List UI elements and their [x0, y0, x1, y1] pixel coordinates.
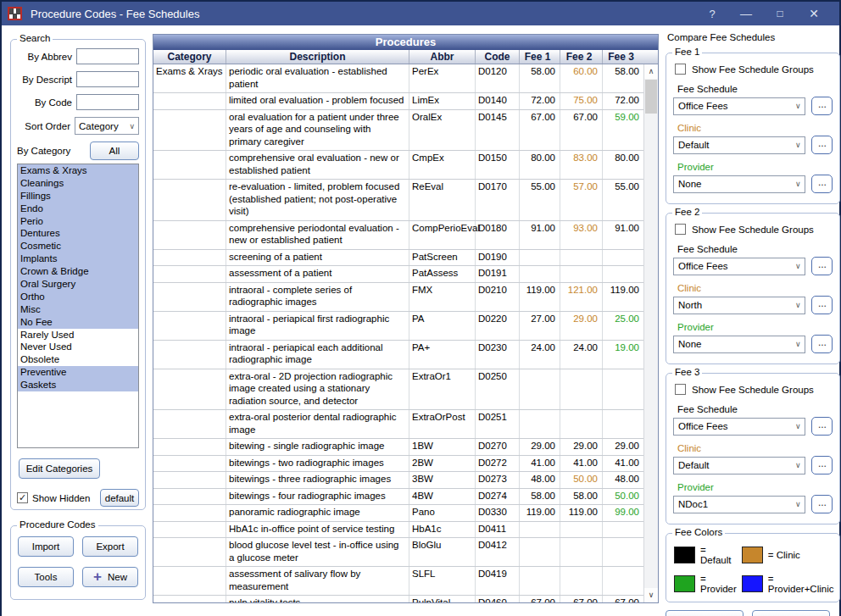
- fee2-clinic-label: Clinic: [677, 283, 833, 293]
- help-icon[interactable]: ?: [695, 8, 729, 20]
- category-list-item[interactable]: Gaskets: [18, 379, 138, 391]
- table-row[interactable]: bitewings - four radiographic images4BWD…: [153, 489, 643, 506]
- table-row[interactable]: limited oral evaluation - problem focuse…: [153, 93, 643, 110]
- column-header[interactable]: Code: [476, 50, 520, 64]
- table-row[interactable]: assessment of salivary flow by measureme…: [153, 567, 643, 596]
- fee-scheds-button[interactable]: Fee Scheds: [666, 610, 744, 616]
- table-row[interactable]: intraoral - periapical each additional r…: [153, 341, 643, 369]
- fee3-clinic-select[interactable]: Default ∨: [673, 457, 805, 474]
- fee2-show-groups-checkbox[interactable]: [675, 224, 686, 235]
- category-list-item[interactable]: Dentures: [18, 227, 138, 240]
- category-list-item[interactable]: Preventive: [18, 366, 138, 379]
- sort-order-select[interactable]: Category ∨: [75, 117, 139, 135]
- close-icon[interactable]: ✕: [797, 7, 831, 20]
- table-cell: [603, 369, 643, 410]
- category-list-item[interactable]: Obsolete: [18, 353, 138, 366]
- fee2-show-groups-label: Show Fee Schedule Groups: [692, 225, 814, 235]
- fee3-clinic-picker-button[interactable]: ...: [811, 456, 833, 474]
- show-hidden-checkbox[interactable]: ✓: [17, 492, 28, 503]
- table-row[interactable]: bitewings - three radiographic images3BW…: [153, 472, 643, 489]
- fee-tools-button[interactable]: Fee Tools: [752, 610, 830, 616]
- minimize-icon[interactable]: —: [729, 7, 763, 20]
- fee1-show-groups-checkbox[interactable]: [675, 64, 686, 75]
- table-row[interactable]: HbA1c in-office point of service testing…: [153, 522, 643, 539]
- category-list-item[interactable]: Rarely Used: [18, 329, 138, 341]
- table-row[interactable]: pulp vitality testsPulpVitalD046067.0067…: [153, 596, 643, 602]
- default-button[interactable]: default: [100, 489, 139, 507]
- by-code-input[interactable]: [76, 94, 139, 110]
- scrollbar-thumb[interactable]: [645, 80, 657, 114]
- fee3-provider-select[interactable]: NDoc1 ∨: [673, 496, 805, 513]
- fee3-provider-label: Provider: [677, 482, 833, 492]
- fee2-clinic-picker-button[interactable]: ...: [811, 296, 833, 314]
- category-list-item[interactable]: No Fee: [18, 316, 138, 329]
- edit-categories-button[interactable]: Edit Categories: [19, 458, 100, 479]
- table-row[interactable]: blood glucose level test - in-office usi…: [153, 538, 643, 567]
- column-header[interactable]: Fee 2: [560, 50, 603, 64]
- category-list-item[interactable]: Implants: [18, 253, 138, 265]
- category-list-item[interactable]: Perio: [18, 215, 138, 228]
- fee2-fee-schedule-picker-button[interactable]: ...: [811, 257, 833, 275]
- fee1-provider-select[interactable]: None ∨: [673, 175, 805, 193]
- category-list-item[interactable]: Fillings: [18, 190, 138, 203]
- table-row[interactable]: comprehensive oral evaluation - new or e…: [153, 151, 643, 180]
- table-cell: [560, 369, 603, 410]
- fee2-clinic-select[interactable]: North ∨: [673, 297, 805, 314]
- fee3-fee-schedule-select[interactable]: Office Fees ∨: [673, 418, 805, 436]
- table-row[interactable]: extra-oral - 2D projection radiographic …: [153, 369, 643, 411]
- column-header[interactable]: Fee 1: [520, 50, 560, 64]
- fee1-fee-schedule-picker-button[interactable]: ...: [811, 97, 833, 115]
- fee1-provider-picker-button[interactable]: ...: [811, 175, 833, 193]
- fee2-provider-select[interactable]: None ∨: [673, 336, 805, 353]
- export-button[interactable]: Export: [82, 536, 138, 557]
- category-list-item[interactable]: Cosmetic: [18, 240, 138, 253]
- table-row[interactable]: extra-oral posterior dental radiographic…: [153, 410, 643, 439]
- fee1-clinic-select[interactable]: Default ∨: [673, 136, 805, 154]
- category-listbox[interactable]: Exams & XraysCleaningsFillingsEndoPerioD…: [17, 164, 139, 448]
- fee1-clinic-picker-button[interactable]: ...: [811, 136, 833, 154]
- table-row[interactable]: Exams & Xraysperiodic oral evaluation - …: [153, 64, 643, 93]
- table-row[interactable]: bitewings - two radiographic images2BWD0…: [153, 456, 643, 473]
- table-row[interactable]: assessment of a patientPatAssessD0191: [153, 266, 643, 283]
- import-button[interactable]: Import: [18, 536, 74, 557]
- fee3-provider-picker-button[interactable]: ...: [811, 495, 833, 513]
- fee1-fee-schedule-select[interactable]: Office Fees ∨: [673, 97, 805, 115]
- by-abbrev-input[interactable]: [76, 48, 139, 64]
- fee2-fee-schedule-select[interactable]: Office Fees ∨: [673, 258, 805, 275]
- search-group: Search By Abbrev By Descript By Code Sor…: [10, 39, 146, 510]
- column-header[interactable]: Description: [226, 50, 409, 64]
- category-list-item[interactable]: Never Used: [18, 341, 138, 353]
- category-list-item[interactable]: Misc: [18, 303, 138, 316]
- table-row[interactable]: comprehensive periodontal evaluation - n…: [153, 221, 643, 250]
- category-list-item[interactable]: Crown & Bridge: [18, 265, 138, 278]
- category-list-item[interactable]: Cleanings: [18, 177, 138, 190]
- fee2-provider-picker-button[interactable]: ...: [811, 335, 833, 353]
- column-header[interactable]: Fee 3: [603, 50, 643, 64]
- vertical-scrollbar[interactable]: ∧ ∨: [643, 64, 658, 602]
- table-row[interactable]: panoramic radiographic imagePanoD0330119…: [153, 505, 643, 522]
- all-button[interactable]: All: [90, 142, 139, 160]
- table-row[interactable]: oral evaluation for a patient under thre…: [153, 110, 643, 152]
- by-descript-input[interactable]: [76, 71, 139, 87]
- maximize-icon[interactable]: □: [763, 8, 797, 19]
- by-descript-label: By Descript: [17, 75, 76, 85]
- fee3-show-groups-checkbox[interactable]: [675, 384, 686, 395]
- category-list-item[interactable]: Exams & Xrays: [18, 164, 138, 177]
- scroll-down-icon[interactable]: ∨: [644, 588, 658, 602]
- tools-button[interactable]: Tools: [18, 567, 74, 587]
- column-header[interactable]: Abbr: [409, 50, 476, 64]
- table-row[interactable]: bitewing - single radiographic image1BWD…: [153, 439, 643, 456]
- table-row[interactable]: intraoral - periapical first radiographi…: [153, 312, 643, 341]
- table-cell: 2BW: [409, 456, 476, 472]
- table-cell: [153, 522, 226, 538]
- category-list-item[interactable]: Endo: [18, 203, 138, 215]
- scroll-up-icon[interactable]: ∧: [644, 64, 658, 79]
- table-row[interactable]: screening of a patientPatScreenD0190: [153, 250, 643, 267]
- table-row[interactable]: re-evaluation - limited, problem focused…: [153, 180, 643, 221]
- category-list-item[interactable]: Oral Surgery: [18, 278, 138, 291]
- new-button[interactable]: + New: [82, 567, 138, 587]
- table-row[interactable]: intraoral - complete series of radiograp…: [153, 283, 643, 312]
- category-list-item[interactable]: Ortho: [18, 291, 138, 303]
- fee3-fee-schedule-picker-button[interactable]: ...: [811, 417, 833, 436]
- column-header[interactable]: Category: [153, 50, 226, 64]
